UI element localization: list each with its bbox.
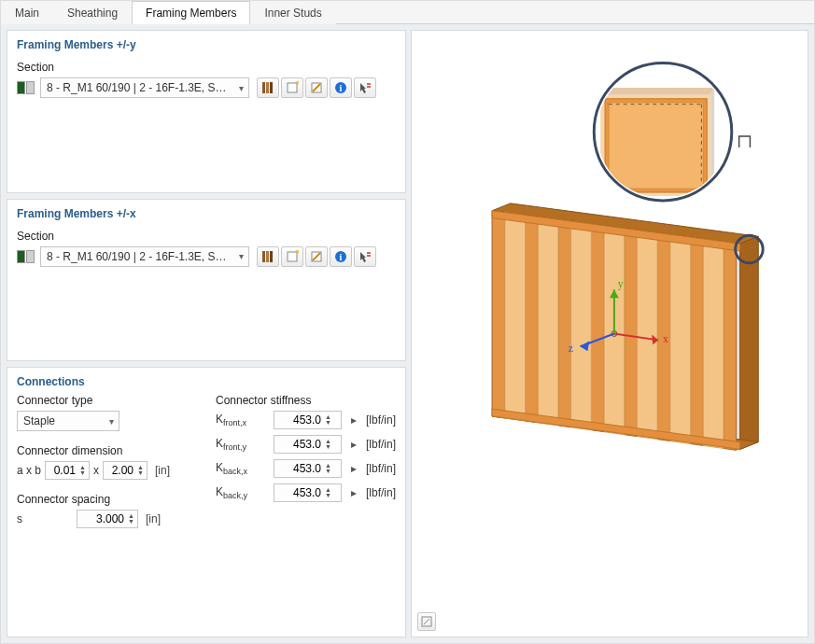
- pick-button[interactable]: [354, 246, 376, 267]
- stiffness-unit: [lbf/in]: [366, 486, 396, 499]
- swatch-light-icon[interactable]: [26, 250, 35, 263]
- pick-icon: [358, 250, 372, 263]
- library-icon: [261, 250, 274, 263]
- pick-button[interactable]: [354, 77, 376, 98]
- svg-rect-10: [262, 251, 265, 262]
- dimension-a-spinner[interactable]: ▲▼: [45, 461, 90, 480]
- swatch-dark-icon[interactable]: [17, 81, 25, 94]
- framing-x-section-combo[interactable]: 8 - R_M1 60/190 | 2 - 16F-1.3E, Softwo… …: [40, 246, 249, 267]
- info-button[interactable]: i: [330, 77, 352, 98]
- spacing-unit: [in]: [146, 512, 161, 525]
- spinner-buttons[interactable]: ▲▼: [323, 439, 334, 450]
- tab-sheathing[interactable]: Sheathing: [53, 1, 132, 24]
- svg-rect-13: [288, 252, 297, 261]
- stiffness-spinner[interactable]: ▲▼: [274, 411, 342, 429]
- framing-x-toolbar: i: [257, 246, 376, 267]
- edit-button[interactable]: [305, 77, 328, 98]
- connections-grid: Connector type Staple ▾ Connector dimens…: [17, 394, 396, 528]
- spinner-buttons[interactable]: ▲▼: [126, 513, 137, 525]
- stiffness-input[interactable]: [274, 413, 323, 427]
- stiffness-apply-button[interactable]: ▸: [347, 461, 360, 476]
- info-button[interactable]: i: [330, 246, 352, 267]
- svg-text:i: i: [340, 83, 343, 93]
- framing-y-section-combo[interactable]: 8 - R_M1 60/190 | 2 - 16F-1.3E, Softwo… …: [40, 77, 249, 98]
- s-label: s: [17, 512, 28, 525]
- svg-marker-54: [609, 103, 703, 189]
- connector-spacing-label: Connector spacing: [17, 493, 197, 506]
- new-button[interactable]: [281, 246, 303, 267]
- viewport-3d[interactable]: x y z: [412, 31, 808, 637]
- panel-framing-y-title: Framing Members +/-y: [17, 38, 396, 51]
- x-separator: x: [93, 464, 99, 477]
- stiffness-row-label: Kback,x: [216, 461, 268, 476]
- stiffness-input[interactable]: [274, 438, 323, 451]
- viewport-panel: x y z: [411, 30, 808, 637]
- svg-rect-1: [266, 82, 269, 93]
- library-button[interactable]: [257, 246, 279, 267]
- stiffness-spinner[interactable]: ▲▼: [274, 435, 342, 454]
- spinner-buttons[interactable]: ▲▼: [323, 414, 334, 426]
- svg-marker-30: [691, 238, 704, 445]
- chevron-down-icon[interactable]: ▾: [233, 251, 248, 261]
- chevron-down-icon[interactable]: ▾: [233, 83, 248, 93]
- swatch-light-icon[interactable]: [26, 81, 35, 94]
- stiffness-input[interactable]: [274, 486, 323, 499]
- edit-button[interactable]: [305, 246, 328, 267]
- reset-view-button[interactable]: [417, 612, 436, 631]
- connections-right-col: Connector stiffness Kfront,x▲▼▸[lbf/in]K…: [216, 394, 396, 528]
- info-icon: i: [334, 81, 347, 94]
- app-root: Main Sheathing Framing Members Inner Stu…: [0, 0, 815, 644]
- connector-type-value: Staple: [18, 414, 104, 427]
- connector-spacing-row: s ▲▼ [in]: [17, 510, 197, 528]
- dimension-b-input[interactable]: [104, 464, 135, 477]
- panel-framing-x-title: Framing Members +/-x: [17, 207, 396, 220]
- panel-framing-x: Framing Members +/-x Section 8 - R_M1 60…: [7, 199, 406, 362]
- svg-rect-0: [262, 82, 265, 93]
- spinner-buttons[interactable]: ▲▼: [77, 465, 89, 476]
- stiffness-apply-button[interactable]: ▸: [347, 485, 360, 500]
- detail-callout-bubble: [594, 63, 750, 201]
- framing-x-color-swatches[interactable]: [17, 250, 35, 263]
- tab-framing-members[interactable]: Framing Members: [132, 1, 250, 24]
- spacing-input[interactable]: [77, 512, 126, 525]
- spinner-buttons[interactable]: ▲▼: [323, 463, 334, 474]
- dimension-a-input[interactable]: [46, 464, 77, 477]
- spacing-spinner[interactable]: ▲▼: [77, 510, 138, 528]
- svg-marker-26: [558, 220, 571, 427]
- connections-left-col: Connector type Staple ▾ Connector dimens…: [17, 394, 197, 528]
- svg-marker-22: [740, 236, 759, 449]
- stiffness-spinner[interactable]: ▲▼: [274, 459, 342, 478]
- stiffness-apply-button[interactable]: ▸: [347, 413, 360, 427]
- tab-inner-studs[interactable]: Inner Studs: [250, 1, 335, 24]
- panel-connections: Connections Connector type Staple ▾ Conn…: [7, 367, 406, 637]
- spinner-buttons[interactable]: ▲▼: [323, 487, 334, 498]
- stiffness-row-label: Kfront,y: [216, 437, 268, 452]
- framing-y-color-swatches[interactable]: [17, 81, 35, 94]
- svg-rect-11: [266, 251, 269, 262]
- panel-connections-title: Connections: [17, 375, 396, 388]
- svg-marker-51: [600, 88, 714, 95]
- stiffness-unit: [lbf/in]: [366, 462, 396, 475]
- dimension-b-spinner[interactable]: ▲▼: [103, 461, 148, 480]
- new-button[interactable]: [281, 77, 303, 98]
- stiffness-apply-button[interactable]: ▸: [347, 437, 360, 452]
- chevron-down-icon[interactable]: ▾: [104, 416, 119, 427]
- stiffness-input[interactable]: [274, 462, 323, 475]
- framing-x-section-row: 8 - R_M1 60/190 | 2 - 16F-1.3E, Softwo… …: [17, 246, 396, 267]
- staple-icon: [739, 136, 751, 147]
- svg-marker-36: [638, 231, 658, 439]
- library-button[interactable]: [257, 77, 279, 98]
- stiffness-spinner[interactable]: ▲▼: [274, 483, 342, 502]
- new-item-icon: [286, 250, 299, 263]
- svg-marker-34: [571, 222, 592, 430]
- swatch-dark-icon[interactable]: [17, 250, 25, 263]
- connector-type-combo[interactable]: Staple ▾: [17, 411, 119, 431]
- tab-bar: Main Sheathing Framing Members Inner Stu…: [1, 1, 814, 24]
- axb-label: a x b: [17, 464, 41, 477]
- svg-rect-3: [288, 83, 297, 92]
- stiffness-unit: [lbf/in]: [366, 438, 396, 451]
- svg-marker-31: [724, 243, 737, 450]
- spinner-buttons[interactable]: ▲▼: [135, 465, 147, 476]
- tab-main[interactable]: Main: [1, 1, 53, 24]
- connector-dimension-row: a x b ▲▼ x ▲▼ [in]: [17, 461, 197, 480]
